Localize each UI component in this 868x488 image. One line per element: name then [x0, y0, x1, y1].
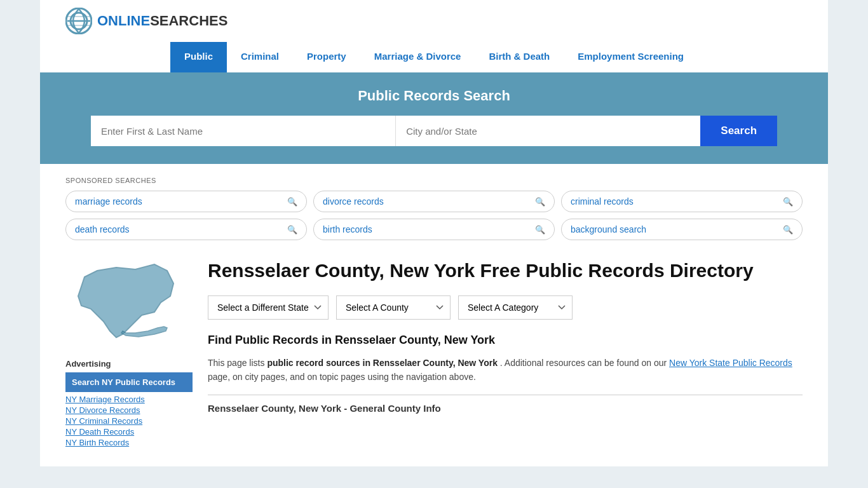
- search-icon-criminal: 🔍: [783, 197, 793, 207]
- nav-item-marriage-divorce[interactable]: Marriage & Divorce: [360, 42, 475, 72]
- sidebar-link-death[interactable]: NY Death Records: [65, 427, 193, 437]
- sponsored-item-death[interactable]: death records 🔍: [65, 219, 307, 240]
- sponsored-item-background[interactable]: background search 🔍: [561, 219, 803, 240]
- body-paragraph: This page lists public record sources in…: [208, 356, 803, 384]
- ny-state-map: [65, 258, 186, 347]
- sponsored-label: SPONSORED SEARCHES: [65, 177, 803, 184]
- sidebar-ad-main[interactable]: Search NY Public Records: [65, 372, 193, 392]
- logo-icon: [65, 8, 92, 34]
- sponsored-item-divorce[interactable]: divorce records 🔍: [313, 191, 555, 212]
- name-input[interactable]: [91, 116, 396, 146]
- sidebar-ad-label: Advertising: [65, 359, 193, 369]
- search-icon-marriage: 🔍: [287, 197, 297, 207]
- search-title: Public Records Search: [65, 88, 803, 104]
- sidebar-link-birth[interactable]: NY Birth Records: [65, 438, 193, 447]
- sidebar-link-criminal[interactable]: NY Criminal Records: [65, 416, 193, 426]
- nav-item-birth-death[interactable]: Birth & Death: [475, 42, 564, 72]
- search-bar: Search: [91, 116, 777, 146]
- general-info-heading: Rensselaer County, New York - General Co…: [208, 403, 803, 414]
- search-icon-divorce: 🔍: [535, 197, 545, 207]
- city-input[interactable]: [396, 116, 700, 146]
- main-content: SPONSORED SEARCHES marriage records 🔍 di…: [40, 164, 828, 466]
- logo[interactable]: ONLINESEARCHES: [65, 8, 227, 34]
- search-button[interactable]: Search: [700, 116, 777, 146]
- sidebar: Advertising Search NY Public Records NY …: [65, 258, 193, 447]
- sidebar-link-divorce[interactable]: NY Divorce Records: [65, 405, 193, 415]
- header: ONLINESEARCHES: [40, 0, 828, 42]
- category-dropdown[interactable]: Select A Category: [458, 295, 573, 320]
- nav: Public Criminal Property Marriage & Divo…: [40, 42, 828, 72]
- sponsored-item-birth[interactable]: birth records 🔍: [313, 219, 555, 240]
- search-icon-background: 🔍: [783, 225, 793, 234]
- search-icon-birth: 🔍: [535, 225, 545, 234]
- nav-item-employment[interactable]: Employment Screening: [564, 42, 698, 72]
- county-dropdown[interactable]: Select A County: [336, 295, 451, 320]
- nav-item-public[interactable]: Public: [170, 42, 227, 72]
- divider: [208, 395, 803, 395]
- page-title: Rensselaer County, New York Free Public …: [208, 258, 803, 283]
- find-heading: Find Public Records in Rensselaer County…: [208, 334, 803, 347]
- ny-records-link[interactable]: New York State Public Records: [669, 358, 792, 368]
- main-area: Rensselaer County, New York Free Public …: [208, 258, 803, 447]
- sponsored-item-marriage[interactable]: marriage records 🔍: [65, 191, 307, 212]
- sponsored-grid: marriage records 🔍 divorce records 🔍 cri…: [65, 191, 803, 240]
- dropdowns: Select a Different State Select A County…: [208, 295, 803, 320]
- content-layout: Advertising Search NY Public Records NY …: [65, 258, 803, 447]
- state-map-container: [65, 258, 193, 349]
- sidebar-links: NY Marriage Records NY Divorce Records N…: [65, 395, 193, 447]
- sponsored-item-criminal[interactable]: criminal records 🔍: [561, 191, 803, 212]
- state-dropdown[interactable]: Select a Different State: [208, 295, 329, 320]
- logo-text: ONLINESEARCHES: [97, 13, 227, 29]
- sidebar-link-marriage[interactable]: NY Marriage Records: [65, 395, 193, 404]
- search-section: Public Records Search Search: [40, 72, 828, 164]
- nav-item-criminal[interactable]: Criminal: [227, 42, 293, 72]
- search-icon-death: 🔍: [287, 225, 297, 234]
- nav-item-property[interactable]: Property: [293, 42, 360, 72]
